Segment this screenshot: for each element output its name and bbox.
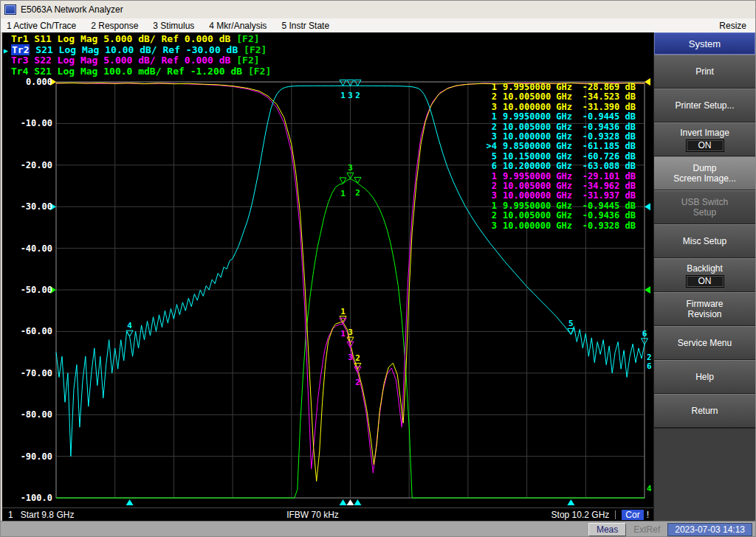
active-trace-cursor [4, 35, 11, 45]
softkey-value: ON [686, 275, 724, 288]
analyzer-window: E5063A Network Analyzer 1 Active Ch/Trac… [0, 0, 756, 537]
bottom-status-bar: Meas ExtRef 2023-07-03 14:13 [1, 521, 755, 537]
softkey-help[interactable]: Help [654, 360, 755, 394]
softkey-value: ON [686, 139, 724, 152]
trace-info-tr1[interactable]: Tr1 S11 Log Mag 5.000 dB/ Ref 0.000 dB [… [4, 34, 271, 45]
marker-readout-row: 210.005000 GHz-34.523 dB [484, 92, 636, 102]
menu-item-2-response[interactable]: 2 Response [91, 21, 138, 31]
title-bar: E5063A Network Analyzer [1, 1, 755, 18]
trace-fixture-tag: [F2] [248, 66, 271, 77]
channel-number: 1 [8, 510, 13, 520]
softkey-label: Backlight [687, 263, 723, 274]
trace-info-tr3[interactable]: Tr3 S22 Log Mag 5.000 dB/ Ref 0.000 dB [… [4, 55, 271, 66]
softkey-panel: System PrintPrinter Setup...Invert Image… [653, 32, 755, 521]
softkey-label: Print [695, 66, 714, 77]
trace-info-tr2[interactable]: ▶Tr2 S21 Log Mag 10.00 dB/ Ref -30.00 dB… [4, 45, 271, 56]
softkey-label: Help [695, 372, 714, 382]
marker-position-tick [126, 499, 134, 505]
marker-readout-row: 210.005000 GHz-34.962 dB [484, 181, 636, 191]
marker-triangle[interactable] [354, 177, 361, 183]
marker-readout-row: 610.200000 GHz-63.088 dB [484, 162, 636, 171]
marker-readout-row: 310.000000 GHz-31.390 dB [484, 103, 636, 112]
active-trace-cursor: ▶ [4, 46, 11, 56]
y-axis-label: -90.00 [2, 451, 52, 462]
marker-number-label: 2 [355, 353, 360, 363]
marker-number-label: 3 [348, 163, 353, 173]
app-icon [4, 4, 16, 15]
softkey-service-menu[interactable]: Service Menu [654, 326, 755, 360]
marker-number-label: 1 [340, 91, 346, 100]
marker-readout-row: 19.9950000 GHz-29.101 dB [484, 172, 636, 181]
ref-level-arrow-right [645, 203, 650, 210]
ref-level-arrow-right [645, 286, 650, 294]
resize-button[interactable]: Resize [719, 21, 746, 31]
correction-status-badge: Cor [622, 510, 643, 520]
marker-number-label: 5 [568, 319, 574, 328]
softkey-print[interactable]: Print [654, 55, 755, 89]
menu-item-4-mkr-analysis[interactable]: 4 Mkr/Analysis [209, 21, 267, 31]
trace-name: Tr1 [11, 33, 28, 44]
marker-number-label: 2 [355, 378, 360, 387]
trace-info-tr4[interactable]: Tr4 S21 Log Mag 100.0 mdB/ Ref -1.200 dB… [4, 66, 271, 77]
y-axis-label: -20.00 [2, 160, 52, 170]
marker-position-tick [354, 499, 361, 505]
softkey-dump[interactable]: Dump Screen Image... [654, 156, 755, 190]
softkey-backlight[interactable]: BacklightON [654, 258, 755, 292]
marker-triangle[interactable] [340, 318, 346, 324]
softkey-firmware[interactable]: Firmware Revision [654, 292, 755, 326]
y-axis-label: -70.00 [2, 368, 52, 378]
instrument-screen: 123123456123123264 Tr1 S11 Log Mag 5.000… [2, 32, 653, 521]
marker-readout-row: 310.000000 GHz-31.937 dB [484, 191, 636, 201]
marker-triangle[interactable] [354, 80, 361, 86]
softkey-label: Misc Setup [683, 236, 726, 246]
trace-settings-text: S21 Log Mag 10.00 dB/ Ref -30.00 dB [30, 44, 244, 55]
marker-number-label: 3 [348, 91, 353, 100]
y-axis-label: -40.00 [2, 243, 52, 254]
softkey-menu-title: System [654, 32, 755, 55]
marker-readout-row: 19.9950000 GHz-28.869 dB [484, 83, 636, 92]
status-divider [615, 510, 616, 519]
marker-number-label: 6 [647, 361, 652, 371]
marker-triangle[interactable] [340, 178, 346, 184]
marker-readout-row: 310.000000 GHz-0.9328 dB [484, 132, 636, 142]
meas-status-badge: Meas [588, 523, 626, 536]
marker-readout-row: 19.9950000 GHz-0.9445 dB [484, 201, 636, 211]
marker-position-tick [567, 499, 574, 505]
softkey-misc-setup[interactable]: Misc Setup [654, 224, 755, 258]
y-axis-label: -50.00 [2, 285, 52, 295]
y-axis-label: -30.00 [2, 201, 52, 212]
active-trace-cursor [4, 67, 11, 77]
softkey-printer-setup[interactable]: Printer Setup... [654, 89, 755, 122]
y-axis-label: 0.000 [2, 77, 52, 87]
trace-name: Tr4 [11, 66, 28, 77]
start-frequency: Start 9.8 GHz [21, 510, 75, 520]
marker-position-tick [340, 499, 347, 505]
softkey-label: Printer Setup... [675, 100, 734, 111]
trace-settings-text: S21 Log Mag 100.0 mdB/ Ref -1.200 dB [28, 66, 247, 77]
marker-number-label: 3 [348, 328, 353, 337]
menu-item-3-stimulus[interactable]: 3 Stimulus [153, 21, 194, 31]
trace-name: Tr2 [11, 44, 30, 55]
marker-number-label: 1 [340, 329, 346, 339]
marker-readout-row: 210.005000 GHz-0.9436 dB [484, 122, 636, 132]
window-title: E5063A Network Analyzer [21, 4, 123, 15]
softkey-return[interactable]: Return [654, 394, 755, 428]
marker-number-label: 1 [340, 189, 346, 198]
softkey-label: Invert Image [680, 128, 729, 138]
softkey-usb-switch: USB Switch Setup [654, 190, 755, 224]
softkey-invert-image[interactable]: Invert ImageON [654, 122, 755, 156]
marker-readout-row: >49.8500000 GHz-61.185 dB [484, 142, 636, 151]
menu-item-1-active-ch-trace[interactable]: 1 Active Ch/Trace [7, 21, 76, 31]
marker-readout-row: 19.9950000 GHz-0.9445 dB [484, 112, 636, 122]
menu-items: 1 Active Ch/Trace2 Response3 Stimulus4 M… [7, 21, 329, 31]
menu-item-5-instr-state[interactable]: 5 Instr State [281, 21, 329, 31]
marker-number-label: 2 [355, 91, 360, 100]
softkey-label: Return [691, 406, 718, 416]
trace-fixture-tag: [F2] [236, 33, 259, 44]
marker-readout-row: 210.005000 GHz-0.9436 dB [484, 211, 636, 221]
softkey-label: Firmware Revision [687, 299, 724, 319]
trace-info-block: Tr1 S11 Log Mag 5.000 dB/ Ref 0.000 dB [… [4, 34, 271, 77]
marker-triangle[interactable] [340, 80, 346, 86]
trace-fixture-tag: [F2] [236, 55, 259, 66]
marker-position-tick [347, 499, 354, 505]
